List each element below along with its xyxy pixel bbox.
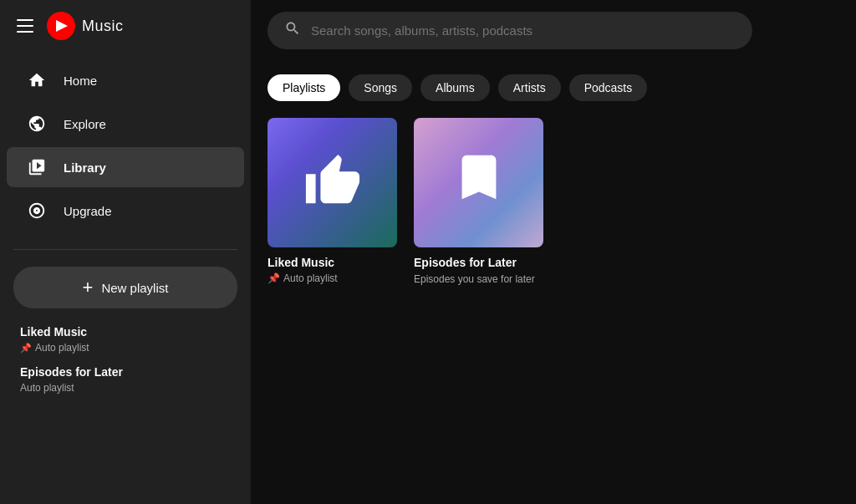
search-bar-container <box>251 0 856 61</box>
sidebar-playlist-episodes-sub: Auto playlist <box>20 382 231 394</box>
tab-podcasts[interactable]: Podcasts <box>569 74 648 101</box>
sidebar-playlist-episodes-title: Episodes for Later <box>20 365 231 379</box>
new-playlist-button[interactable]: + New playlist <box>13 267 237 308</box>
sidebar-item-explore[interactable]: Explore <box>7 104 244 144</box>
search-icon <box>284 20 301 41</box>
sidebar-playlist-list: Liked Music 📌 Auto playlist Episodes for… <box>0 315 251 404</box>
playlists-grid: Liked Music 📌 Auto playlist Episodes for… <box>251 118 856 303</box>
sidebar-item-home[interactable]: Home <box>7 60 244 100</box>
menu-icon[interactable] <box>13 16 37 36</box>
explore-label: Explore <box>64 117 106 131</box>
library-label: Library <box>64 160 106 175</box>
sidebar-playlist-liked-music[interactable]: Liked Music 📌 Auto playlist <box>20 325 231 354</box>
liked-music-meta: 📌 Auto playlist <box>268 272 397 284</box>
search-bar <box>268 12 752 49</box>
playlist-card-episodes[interactable]: Episodes for Later Episodes you save for… <box>414 118 543 287</box>
tab-artists[interactable]: Artists <box>498 74 561 101</box>
new-playlist-label: New playlist <box>101 281 168 295</box>
sidebar: Music Home Explore Library <box>0 0 251 504</box>
sidebar-playlist-liked-music-title: Liked Music <box>20 325 231 339</box>
upgrade-icon <box>27 201 47 221</box>
home-label: Home <box>64 74 97 88</box>
upgrade-label: Upgrade <box>64 204 112 218</box>
logo-area: Music <box>47 12 124 40</box>
liked-music-pin-icon: 📌 <box>268 272 280 284</box>
sidebar-item-upgrade[interactable]: Upgrade <box>7 191 244 231</box>
youtube-music-logo <box>47 12 75 40</box>
tab-albums[interactable]: Albums <box>420 74 490 101</box>
plus-icon: + <box>83 278 94 297</box>
explore-icon <box>27 114 47 134</box>
sidebar-header: Music <box>0 0 251 52</box>
library-icon <box>27 157 47 177</box>
thumbs-up-icon <box>303 152 362 221</box>
episodes-thumbnail <box>414 118 543 247</box>
nav-list: Home Explore Library Upgrade <box>0 52 251 239</box>
episodes-description: Episodes you save for later <box>414 272 543 287</box>
sidebar-playlist-episodes[interactable]: Episodes for Later Auto playlist <box>20 365 231 394</box>
bookmark-icon <box>450 148 508 217</box>
pin-icon: 📌 <box>20 343 32 354</box>
liked-music-thumbnail <box>268 118 397 247</box>
episodes-name: Episodes for Later <box>414 256 543 269</box>
main-content: Playlists Songs Albums Artists Podcasts … <box>251 0 856 504</box>
filter-tabs: Playlists Songs Albums Artists Podcasts <box>251 61 856 118</box>
sidebar-item-library[interactable]: Library <box>7 147 244 187</box>
tab-songs[interactable]: Songs <box>349 74 412 101</box>
playlist-card-liked-music[interactable]: Liked Music 📌 Auto playlist <box>268 118 397 287</box>
sidebar-divider <box>13 249 237 250</box>
app-title: Music <box>82 18 124 35</box>
search-input[interactable] <box>311 23 736 38</box>
sidebar-playlist-liked-music-sub: 📌 Auto playlist <box>20 342 231 354</box>
home-icon <box>27 70 47 90</box>
liked-music-name: Liked Music <box>268 256 397 269</box>
tab-playlists[interactable]: Playlists <box>268 74 340 101</box>
liked-music-thumb-bg <box>268 118 397 247</box>
episodes-thumb-bg <box>414 118 543 247</box>
